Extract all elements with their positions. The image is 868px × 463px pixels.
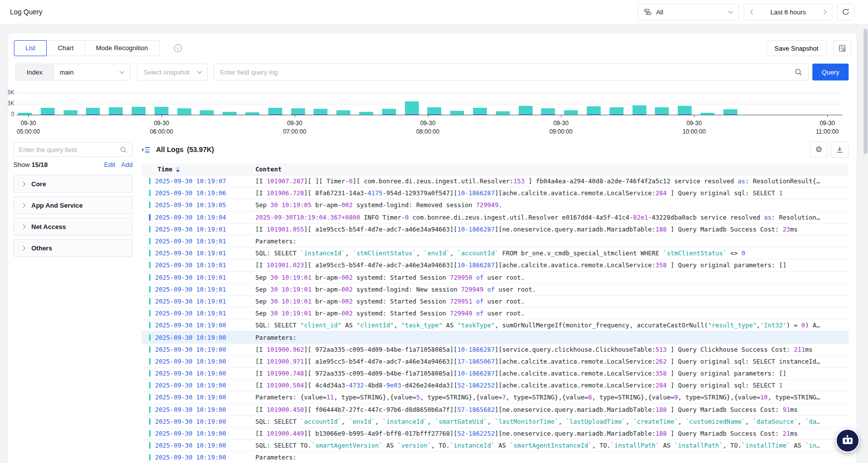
log-row[interactable]: 2025-09-30 10:19:01Sep 30 10:19:01 br-ap… — [142, 308, 849, 319]
field-group-app-and-service[interactable]: App And Service — [13, 196, 133, 214]
histogram-bar — [519, 106, 533, 115]
field-group-core[interactable]: Core — [13, 175, 133, 193]
index-label: Index — [16, 64, 54, 80]
log-histogram[interactable]: 03K6K 09-3005:00:0009-3006:00:0009-3007:… — [16, 88, 842, 135]
main-panel: ListChartMode Recognition i Save Snapsho… — [8, 33, 857, 463]
log-row[interactable]: 2025-09-30 10:19:00[I 101900.971][ a1e95… — [142, 356, 849, 368]
collapse-fields-icon[interactable] — [142, 146, 150, 154]
time-next-button[interactable] — [816, 4, 832, 20]
info-icon[interactable]: i — [174, 44, 182, 52]
tab-list[interactable]: List — [14, 40, 47, 56]
bar-segment-secondary — [155, 114, 168, 115]
histogram-bar — [336, 110, 350, 115]
log-content: SQL: SELECT TO.`smartAgentVersion` AS `v… — [255, 442, 849, 449]
bar-segment-secondary — [632, 114, 646, 115]
query-button[interactable]: Query — [812, 64, 849, 80]
field-group-others[interactable]: Others — [13, 239, 133, 257]
log-time: 2025-09-30 10:19:00 — [155, 382, 255, 389]
bar-segment-primary — [223, 112, 237, 115]
snapshot-select[interactable]: Select snapshot — [137, 64, 208, 80]
edit-fields-link[interactable]: Edit — [104, 161, 115, 168]
log-time: 2025-09-30 10:19:00 — [155, 418, 255, 425]
log-row[interactable]: 2025-09-30 10:19:00[I 101900.748][ 972aa… — [142, 368, 849, 380]
log-row[interactable]: 2025-09-30 10:19:042025-09-30T10:19:04.3… — [142, 212, 849, 224]
log-row[interactable]: 2025-09-30 10:19:06[I 101906.728][ 8fa67… — [142, 187, 849, 199]
log-time: 2025-09-30 10:19:00 — [155, 358, 255, 365]
log-row[interactable]: 2025-09-30 10:19:00SQL: SELECT TO.`smart… — [142, 440, 849, 452]
bar-segment-secondary — [655, 114, 669, 115]
tab-chart[interactable]: Chart — [46, 40, 85, 56]
field-filter-input[interactable] — [19, 146, 120, 154]
log-row[interactable]: 2025-09-30 10:19:01[I 101901.055][ a1e95… — [142, 224, 849, 235]
histogram-bar — [382, 109, 396, 115]
log-row[interactable]: 2025-09-30 10:19:01SQL: SELECT `instance… — [142, 247, 849, 259]
bar-segment-primary — [64, 110, 78, 115]
histogram-bar — [564, 110, 578, 115]
time-range-value[interactable]: Last 6 hours — [760, 8, 816, 16]
assistant-button[interactable] — [836, 429, 860, 453]
histogram-bar — [473, 108, 487, 115]
log-row[interactable]: 2025-09-30 10:19:01Parameters: — [142, 235, 849, 247]
log-content: [I 101900.504][ 4c4d34a3-4732-4bd8-9e03-… — [255, 382, 849, 389]
bar-segment-primary — [564, 110, 578, 115]
log-row[interactable]: 2025-09-30 10:19:01Sep 30 10:19:01 br-ap… — [142, 272, 849, 284]
log-row[interactable]: 2025-09-30 10:19:00Parameters: — [142, 331, 849, 343]
log-level-marker — [149, 190, 151, 196]
log-row[interactable]: 2025-09-30 10:19:01Sep 30 10:19:01 br-ap… — [142, 296, 849, 308]
index-select[interactable]: Index main — [15, 64, 130, 80]
bar-segment-primary — [450, 111, 464, 115]
log-time: 2025-09-30 10:19:07 — [155, 177, 255, 185]
log-level-marker — [149, 238, 151, 244]
refresh-button[interactable] — [837, 3, 854, 20]
histogram-bar — [291, 108, 305, 115]
time-sort-control[interactable] — [176, 166, 180, 172]
log-content: SQL: SELECT "client_id" AS "clientId", "… — [255, 321, 849, 329]
log-row[interactable]: 2025-09-30 10:19:00SQL: SELECT "client_i… — [142, 319, 849, 331]
log-row[interactable]: 2025-09-30 10:19:00[I 101900.449][ b1306… — [142, 428, 849, 440]
log-content: [I 101900.962][ 972aa335-c095-4d09-b4be-… — [255, 346, 849, 353]
scrollbar-thumb[interactable] — [864, 29, 868, 154]
log-row[interactable]: 2025-09-30 10:19:00[I 101900.504][ 4c4d3… — [142, 380, 849, 391]
log-level-marker — [149, 358, 151, 365]
index-value[interactable]: main — [54, 64, 130, 80]
log-row[interactable]: 2025-09-30 10:19:01Sep 30 10:19:01 br-ap… — [142, 284, 849, 296]
histogram-bar — [200, 110, 214, 115]
bar-segment-secondary — [473, 114, 487, 115]
log-content: [I 101900.450][ f06444b7-27fc-447c-97b6-… — [255, 406, 849, 413]
log-row[interactable]: 2025-09-30 10:19:00Parameters: — [142, 452, 849, 463]
x-tick-mark — [295, 115, 295, 117]
bar-segment-secondary — [132, 114, 146, 115]
log-level-marker — [149, 322, 151, 328]
download-button[interactable] — [831, 142, 849, 157]
search-icon[interactable] — [794, 68, 802, 76]
log-row[interactable]: 2025-09-30 10:19:07[I 101907.287][ ][ Ti… — [142, 175, 849, 187]
bar-segment-secondary — [86, 114, 100, 115]
histogram-bar — [109, 107, 123, 115]
save-snapshot-button[interactable]: Save Snapshot — [766, 40, 827, 56]
field-query-input[interactable] — [220, 69, 794, 76]
log-row[interactable]: 2025-09-30 10:19:00Parameters: {value=11… — [142, 391, 849, 403]
log-content: Parameters: — [255, 237, 849, 245]
log-content: [I 101901.055][ a1e95cc5-b54f-4d7e-adc7-… — [255, 226, 849, 233]
log-row[interactable]: 2025-09-30 10:19:00[I 101900.962][ 972aa… — [142, 344, 849, 356]
time-prev-button[interactable] — [744, 4, 760, 20]
field-filter-box — [13, 142, 133, 157]
field-group-net-access[interactable]: Net Access — [13, 218, 133, 235]
add-fields-link[interactable]: Add — [121, 161, 133, 168]
log-row[interactable]: 2025-09-30 10:19:00SQL: SELECT `accountI… — [142, 416, 849, 428]
x-tick-mark — [827, 115, 828, 117]
field-show-row: Show 15/18 Edit Add — [13, 161, 133, 168]
log-row[interactable]: 2025-09-30 10:19:00[I 101900.450][ f0644… — [142, 404, 849, 416]
bar-segment-secondary — [109, 114, 123, 115]
x-tick-label: 09-3006:00:00 — [138, 119, 185, 136]
bar-segment-secondary — [587, 114, 601, 115]
datasource-select[interactable]: All — [637, 3, 739, 20]
top-header: Log Query All Last 6 hours — [0, 0, 868, 24]
snapshot-list-button[interactable] — [833, 40, 851, 56]
log-row[interactable]: 2025-09-30 10:19:05Sep 30 10:19:05 br-ap… — [142, 199, 849, 211]
table-settings-button[interactable]: ⚙ — [810, 142, 828, 157]
log-level-marker — [149, 418, 151, 425]
tab-mode-recognition[interactable]: Mode Recognition — [84, 40, 159, 56]
log-row[interactable]: 2025-09-30 10:19:01[I 101901.023][ a1e95… — [142, 259, 849, 271]
histogram-bar — [610, 107, 624, 115]
